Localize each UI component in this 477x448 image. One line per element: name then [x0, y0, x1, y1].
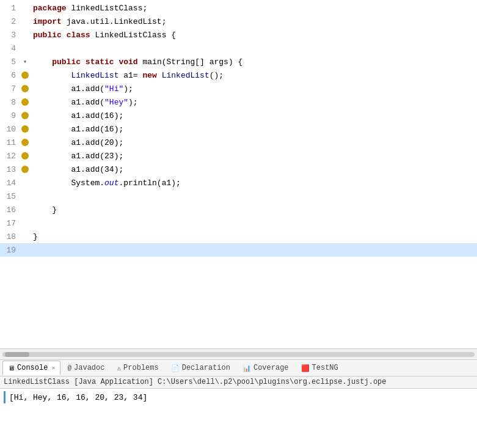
fold-arrow-icon[interactable]: ▾: [23, 58, 27, 65]
testng-tab-label: TestNG: [312, 364, 338, 372]
coverage-tab-icon: 📊: [242, 364, 251, 372]
tab-problems[interactable]: ⚠Problems: [111, 361, 164, 375]
line-gutter: ▾: [20, 58, 31, 65]
line-number: 3: [0, 31, 20, 40]
line-gutter: [20, 98, 31, 106]
line-number: 2: [0, 17, 20, 26]
code-line-4: 4: [0, 42, 477, 55]
tab-coverage[interactable]: 📊Coverage: [237, 361, 294, 375]
line-number: 9: [0, 111, 20, 120]
line-number: 1: [0, 4, 20, 13]
breakpoint-icon[interactable]: [21, 139, 29, 146]
line-number: 18: [0, 232, 20, 241]
code-content: LinkedList a1= new LinkedList();: [31, 71, 477, 80]
code-line-16: 16 }: [0, 203, 477, 216]
console-tab-label: Console: [17, 364, 48, 372]
code-line-5: 5▾ public static void main(String[] args…: [0, 55, 477, 68]
code-content: a1.add(16);: [31, 111, 477, 120]
code-line-3: 3public class LinkedListClass {: [0, 28, 477, 42]
tab-javadoc[interactable]: @Javadoc: [62, 361, 110, 375]
code-content: }: [31, 205, 477, 215]
line-number: 7: [0, 84, 20, 94]
line-number: 13: [0, 165, 20, 174]
breakpoint-icon[interactable]: [21, 166, 29, 173]
code-line-14: 14 System.out.println(a1);: [0, 176, 477, 189]
line-number: 12: [0, 152, 20, 161]
line-number: 8: [0, 98, 20, 107]
tab-console[interactable]: 🖥Console✕: [2, 361, 60, 375]
declaration-tab-label: Declaration: [182, 364, 230, 372]
status-bar: LinkedListClass [Java Application] C:\Us…: [0, 376, 477, 389]
code-content: a1.add(20);: [31, 138, 477, 147]
code-line-17: 17: [0, 216, 477, 230]
code-line-15: 15: [0, 189, 477, 203]
breakpoint-icon[interactable]: [21, 152, 29, 160]
tab-testng[interactable]: 🟥TestNG: [296, 361, 344, 375]
scrollbar-thumb[interactable]: [5, 352, 29, 357]
code-lines: 1package linkedListClass;2import java.ut…: [0, 0, 477, 257]
line-gutter: [20, 85, 31, 92]
scrollbar-track[interactable]: [2, 352, 475, 357]
code-line-7: 7 a1.add("Hi");: [0, 82, 477, 95]
console-tab-icon: 🖥: [8, 364, 15, 372]
breakpoint-icon[interactable]: [21, 112, 29, 119]
problems-tab-label: Problems: [123, 364, 159, 372]
console-tab-close[interactable]: ✕: [51, 364, 55, 372]
code-content: }: [31, 232, 477, 241]
problems-tab-icon: ⚠: [117, 364, 121, 372]
code-line-8: 8 a1.add("Hey");: [0, 95, 477, 109]
code-line-6: 6 LinkedList a1= new LinkedList();: [0, 68, 477, 82]
code-editor: 1package linkedListClass;2import java.ut…: [0, 0, 477, 348]
code-line-9: 9 a1.add(16);: [0, 109, 477, 122]
line-number: 19: [0, 246, 20, 255]
code-content: a1.add(16);: [31, 125, 477, 134]
declaration-tab-icon: 📄: [171, 364, 180, 372]
breakpoint-icon[interactable]: [21, 125, 29, 133]
code-line-2: 2import java.util.LinkedList;: [0, 15, 477, 28]
code-content: a1.add(23);: [31, 152, 477, 161]
line-number: 16: [0, 205, 20, 215]
line-number: 5: [0, 57, 20, 67]
console-output-area: [Hi, Hey, 16, 16, 20, 23, 34]: [0, 389, 477, 406]
line-gutter: [20, 72, 31, 79]
javadoc-tab-label: Javadoc: [74, 364, 104, 372]
code-line-1: 1package linkedListClass;: [0, 1, 477, 15]
code-content: package linkedListClass;: [31, 4, 477, 13]
code-content: a1.add("Hey");: [31, 98, 477, 107]
breakpoint-icon[interactable]: [21, 85, 29, 92]
line-number: 14: [0, 178, 20, 188]
line-number: 4: [0, 44, 20, 53]
line-gutter: [20, 112, 31, 119]
horizontal-scrollbar[interactable]: [0, 348, 477, 359]
breakpoint-icon[interactable]: [21, 98, 29, 106]
line-gutter: [20, 152, 31, 160]
line-gutter: [20, 166, 31, 173]
code-line-19: 19: [0, 243, 477, 257]
testng-tab-icon: 🟥: [301, 364, 310, 372]
code-line-13: 13 a1.add(34);: [0, 163, 477, 176]
code-line-12: 12 a1.add(23);: [0, 149, 477, 163]
console-output-text: [Hi, Hey, 16, 16, 20, 23, 34]: [5, 393, 147, 402]
line-number: 15: [0, 192, 20, 201]
line-gutter: [20, 125, 31, 133]
tab-declaration[interactable]: 📄Declaration: [166, 361, 236, 375]
code-content: a1.add("Hi");: [31, 84, 477, 94]
line-number: 17: [0, 219, 20, 228]
code-line-18: 18}: [0, 230, 477, 243]
bottom-tabs-bar: 🖥Console✕@Javadoc⚠Problems📄Declaration📊C…: [0, 359, 477, 376]
line-number: 6: [0, 71, 20, 80]
coverage-tab-label: Coverage: [253, 364, 289, 372]
code-line-10: 10 a1.add(16);: [0, 122, 477, 136]
code-content: public static void main(String[] args) {: [31, 57, 477, 67]
line-number: 10: [0, 125, 20, 134]
code-content: a1.add(34);: [31, 165, 477, 174]
line-gutter: [20, 139, 31, 146]
code-content: System.out.println(a1);: [31, 178, 477, 188]
line-number: 11: [0, 138, 20, 147]
breakpoint-icon[interactable]: [21, 72, 29, 79]
code-content: public class LinkedListClass {: [31, 31, 477, 40]
code-content: import java.util.LinkedList;: [31, 17, 477, 26]
code-line-11: 11 a1.add(20);: [0, 136, 477, 149]
javadoc-tab-icon: @: [67, 364, 71, 372]
